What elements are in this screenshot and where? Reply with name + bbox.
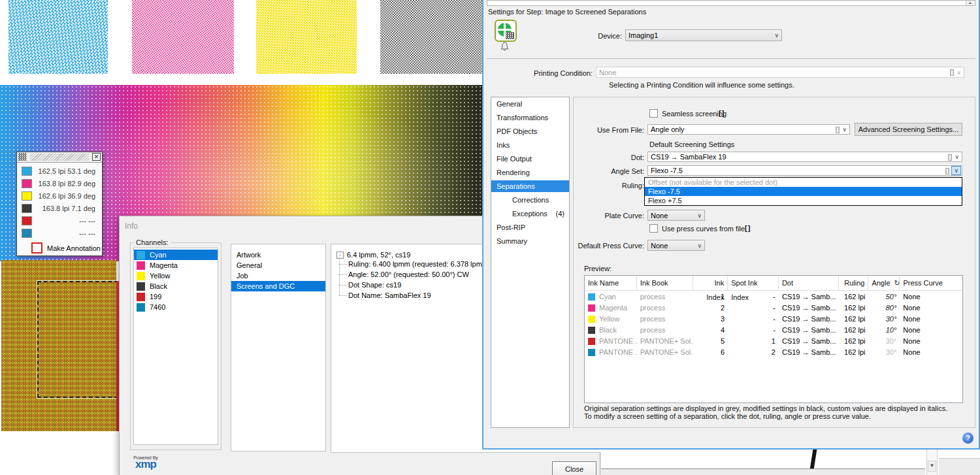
ruling-cell[interactable]: 162 lpi <box>839 293 869 301</box>
angle-cell[interactable]: 80° <box>869 304 900 312</box>
col-angle[interactable]: Angle↻ <box>868 276 900 290</box>
channels-list[interactable]: Cyan Magenta Yellow Black 199 7460 <box>133 248 218 445</box>
tab-exceptions[interactable]: Exceptions (4) <box>491 207 569 221</box>
notification-bell-icon[interactable] <box>500 42 509 52</box>
channel-item-black[interactable]: Black <box>134 281 218 291</box>
press-curve-cell[interactable]: None <box>900 304 962 312</box>
ink-index: 3 <box>693 315 728 323</box>
col-ink-book[interactable]: Ink Book <box>637 276 694 290</box>
channel-item-magenta[interactable]: Magenta <box>134 260 218 270</box>
col-ink-name[interactable]: Ink Name <box>585 276 637 290</box>
tab-pdf-objects[interactable]: PDF Objects <box>491 125 569 139</box>
tab-rendering[interactable]: Rendering <box>491 166 569 180</box>
ink-index: 2 <box>693 304 728 312</box>
col-spot-ink-index[interactable]: Spot Ink Index <box>728 276 779 290</box>
chevron-down-icon: ∨ <box>694 212 702 219</box>
settings-nav-list[interactable]: General Transformations PDF Objects Inks… <box>491 97 570 428</box>
ruling-cell[interactable]: 162 lpi <box>839 326 869 334</box>
dot-cell[interactable]: CS19 → Samb... <box>779 337 839 345</box>
press-curve-cell[interactable]: None <box>900 337 962 345</box>
close-icon[interactable]: ✕ <box>92 153 101 161</box>
background-window-strip: ▼ <box>601 450 980 475</box>
move-handle-icon[interactable] <box>18 153 27 161</box>
tab-separations[interactable]: Separations <box>491 180 569 192</box>
info-category-list[interactable]: Artwork General Job Screens and DGC <box>231 244 326 451</box>
dot-cell[interactable]: CS19 → Samb... <box>779 315 839 323</box>
section-divider <box>487 58 975 59</box>
col-press-curve[interactable]: Press Curve <box>900 276 962 290</box>
angle-cell[interactable]: 30° <box>869 337 900 345</box>
make-annotation-checkbox[interactable] <box>31 242 42 254</box>
angle-cell[interactable]: 50° <box>869 293 900 301</box>
dot-combobox[interactable]: CS19 → SambaFlex 19 [] ∨ <box>647 152 962 162</box>
close-button[interactable]: Close <box>552 461 596 475</box>
plate-curve-combobox[interactable]: None ∨ <box>647 210 705 221</box>
ruling-cell[interactable]: 162 lpi <box>839 348 869 356</box>
angle-cell[interactable]: 10° <box>869 326 900 334</box>
channel-item-199[interactable]: 199 <box>134 291 218 302</box>
ruling-cell[interactable]: 162 lpi <box>839 337 869 345</box>
smartname-token[interactable]: [] <box>832 126 840 133</box>
press-curve-cell[interactable]: None <box>900 326 962 334</box>
scroll-up-icon[interactable]: ▲ <box>966 1 974 5</box>
vertical-scrollbar[interactable]: ▼ <box>926 450 938 475</box>
tab-summary[interactable]: Summary <box>491 235 569 248</box>
press-curve-cell[interactable]: None <box>900 315 962 323</box>
advanced-screening-settings-button[interactable]: Advanced Screening Settings... <box>855 123 962 136</box>
seamless-screening-checkbox[interactable] <box>649 109 658 118</box>
palette-titlebar[interactable]: ✕ <box>17 152 102 163</box>
press-curve-cell[interactable]: None <box>900 348 962 356</box>
tab-post-rip[interactable]: Post-RIP <box>491 221 569 235</box>
default-press-curve-combobox[interactable]: None ∨ <box>647 240 705 251</box>
refresh-icon[interactable]: ↻ <box>894 279 900 287</box>
dot-cell[interactable]: CS19 → Samb... <box>779 348 839 356</box>
dot-cell[interactable]: CS19 → Samb... <box>779 304 839 312</box>
col-ruling[interactable]: Ruling <box>839 276 869 290</box>
titlebar-grip[interactable] <box>30 154 89 161</box>
tree-root-node[interactable]: - 6.4 lpmm, 52°, cs19 <box>336 251 410 259</box>
angle-set-dropdown-list[interactable]: Offset (not available for the selected d… <box>644 177 962 206</box>
channel-item-cyan[interactable]: Cyan <box>134 250 218 260</box>
category-screens-and-dgc[interactable]: Screens and DGC <box>231 281 325 291</box>
collapse-icon[interactable]: - <box>336 252 344 259</box>
tab-file-output[interactable]: File Output <box>491 152 569 166</box>
tab-corrections[interactable]: Corrections <box>491 193 569 207</box>
dot-cell[interactable]: CS19 → Samb... <box>779 326 839 334</box>
col-dot[interactable]: Dot <box>779 276 839 290</box>
scroll-down-icon[interactable]: ▼ <box>928 461 936 472</box>
smartname-token[interactable]: [] <box>745 224 751 232</box>
device-combobox[interactable]: Imaging1 ∨ <box>625 29 782 41</box>
smartname-token[interactable]: [] <box>941 167 950 174</box>
printing-condition-combobox[interactable]: None [] ∨ <box>596 67 964 78</box>
angle-cell[interactable]: 30° <box>869 315 900 323</box>
tab-general[interactable]: General <box>491 97 569 111</box>
channel-item-yellow[interactable]: Yellow <box>134 270 218 281</box>
smartname-token[interactable]: [] <box>946 69 955 76</box>
dropdown-option-flexo-minus[interactable]: Flexo -7.5 <box>645 187 962 196</box>
tab-inks[interactable]: Inks <box>491 139 569 152</box>
dot-cell[interactable]: CS19 → Samb... <box>779 293 839 301</box>
use-from-file-combobox[interactable]: Angle only [] ∨ <box>647 124 850 135</box>
category-job[interactable]: Job <box>231 270 325 281</box>
angle-cell[interactable]: 30° <box>869 348 900 356</box>
col-ink-index[interactable]: Ink Index <box>693 276 728 290</box>
ink-name: Cyan <box>599 293 616 301</box>
press-curves-checkbox[interactable] <box>649 224 658 233</box>
dropdown-option-flexo-plus[interactable]: Flexo +7.5 <box>645 196 962 205</box>
ruling-cell[interactable]: 162 lpi <box>839 304 869 312</box>
tab-transformations[interactable]: Transformations <box>491 111 569 125</box>
angle-set-combobox[interactable]: Flexo -7.5 [] ∨ <box>647 165 962 176</box>
chevron-down-icon[interactable]: ∨ <box>951 166 961 175</box>
ruling-cell[interactable]: 162 lpi <box>839 315 869 323</box>
device-value: Imaging1 <box>629 31 772 39</box>
category-artwork[interactable]: Artwork <box>231 250 325 260</box>
legend-footnote-2: To modify a screen setting of a separati… <box>584 412 871 420</box>
category-general[interactable]: General <box>231 260 325 270</box>
smartname-token[interactable]: [] <box>719 109 725 117</box>
smartname-token[interactable]: [] <box>944 154 953 161</box>
ticket-scroll-strip[interactable]: ▲ <box>487 0 975 6</box>
help-icon[interactable]: ? <box>962 433 973 444</box>
press-curve-cell[interactable]: None <box>900 293 962 301</box>
make-annotation-control[interactable]: Make Annotation <box>31 242 101 254</box>
channel-item-7460[interactable]: 7460 <box>134 302 218 312</box>
